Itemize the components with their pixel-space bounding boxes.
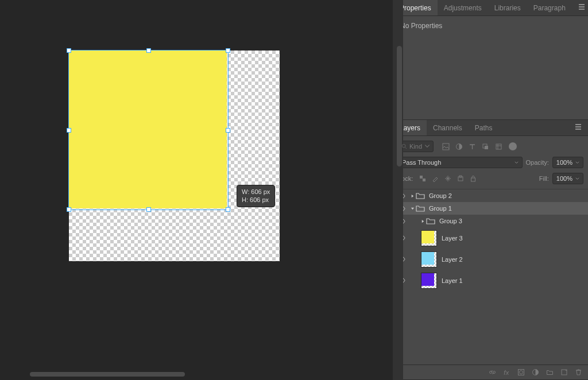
layers-panel: Layers Channels Paths Kind xyxy=(393,120,588,380)
svg-rect-5 xyxy=(496,144,501,149)
properties-panel: Properties Adjustments Libraries Paragra… xyxy=(393,0,588,120)
opacity-value: 100% xyxy=(556,159,572,166)
tab-paths[interactable]: Paths xyxy=(469,120,499,135)
opacity-value-input[interactable]: 100% xyxy=(552,157,583,168)
layer-group-row[interactable]: Group 2 xyxy=(393,189,588,202)
svg-rect-17 xyxy=(489,371,492,374)
canvas-area[interactable]: W: 606 px H: 606 px xyxy=(0,0,393,380)
disclosure-triangle-icon[interactable] xyxy=(409,207,415,211)
svg-rect-18 xyxy=(493,371,495,374)
layer-list[interactable]: Group 2Group 1Group 3Layer 3Layer 2Layer… xyxy=(393,189,588,365)
horizontal-scrollbar[interactable] xyxy=(30,372,185,377)
lock-all-icon[interactable] xyxy=(469,175,477,183)
layer-row[interactable]: Layer 3 xyxy=(393,227,588,249)
vertical-scrollbar-track[interactable] xyxy=(393,0,403,380)
delete-layer-icon[interactable] xyxy=(574,369,582,377)
layer-row[interactable]: Layer 1 xyxy=(393,270,588,291)
fill-value: 100% xyxy=(556,175,572,182)
link-layers-icon[interactable] xyxy=(488,369,496,377)
tab-libraries[interactable]: Libraries xyxy=(488,0,527,15)
layers-tabs: Layers Channels Paths xyxy=(393,120,588,136)
folder-icon xyxy=(425,217,436,225)
fill-value-input[interactable]: 100% xyxy=(552,173,583,184)
new-group-icon[interactable] xyxy=(546,369,554,377)
layer-content-rectangle[interactable] xyxy=(69,51,227,208)
tooltip-width: W: 606 px xyxy=(242,188,270,196)
properties-body: No Properties xyxy=(393,16,588,119)
layer-name-label[interactable]: Group 1 xyxy=(429,205,452,212)
dimensions-tooltip: W: 606 px H: 606 px xyxy=(237,185,275,207)
panel-menu-icon[interactable] xyxy=(568,123,588,133)
blend-mode-value: Pass Through xyxy=(402,159,441,166)
lock-artboard-icon[interactable] xyxy=(457,175,465,183)
svg-point-0 xyxy=(402,144,405,148)
adjustment-layer-icon[interactable] xyxy=(531,369,539,377)
blend-mode-dropdown[interactable]: Pass Through xyxy=(398,157,523,168)
tooltip-height: H: 606 px xyxy=(242,196,270,204)
lock-pixels-icon[interactable] xyxy=(431,175,439,183)
svg-rect-7 xyxy=(423,179,425,181)
opacity-label: Opacity: xyxy=(526,159,549,166)
svg-rect-6 xyxy=(420,176,423,179)
add-mask-icon[interactable] xyxy=(517,369,525,377)
tab-channels[interactable]: Channels xyxy=(427,120,469,135)
filter-type-icon[interactable] xyxy=(468,142,476,150)
layer-effects-icon[interactable]: fx xyxy=(502,369,510,377)
layer-thumbnail[interactable] xyxy=(421,273,437,289)
layer-thumbnail[interactable] xyxy=(421,251,437,267)
svg-point-20 xyxy=(519,371,523,374)
fill-label: Fill: xyxy=(539,175,549,182)
no-properties-text: No Properties xyxy=(400,22,442,30)
disclosure-triangle-icon[interactable] xyxy=(420,219,425,223)
layer-name-label[interactable]: Group 2 xyxy=(429,192,452,199)
document-canvas[interactable]: W: 606 px H: 606 px xyxy=(69,51,280,261)
filter-toggle-icon[interactable] xyxy=(509,142,517,150)
tab-paragraph[interactable]: Paragraph xyxy=(527,0,572,15)
filter-adjustment-icon[interactable] xyxy=(455,142,463,150)
layer-group-row[interactable]: Group 3 xyxy=(393,215,588,227)
properties-tabs: Properties Adjustments Libraries Paragra… xyxy=(393,0,588,16)
svg-rect-4 xyxy=(485,146,488,149)
filter-pixel-icon[interactable] xyxy=(442,142,450,150)
svg-rect-1 xyxy=(443,144,449,150)
layer-row[interactable]: Layer 2 xyxy=(393,249,588,270)
svg-rect-10 xyxy=(471,178,475,181)
folder-icon xyxy=(415,192,425,200)
folder-icon xyxy=(415,204,425,212)
lock-transparency-icon[interactable] xyxy=(419,175,427,183)
filter-kind-dropdown[interactable]: Kind xyxy=(398,141,434,152)
layer-name-label[interactable]: Layer 2 xyxy=(442,256,463,263)
filter-kind-label: Kind xyxy=(409,143,422,150)
layer-name-label[interactable]: Layer 1 xyxy=(442,277,463,284)
right-panels: Properties Adjustments Libraries Paragra… xyxy=(393,0,588,380)
layer-name-label[interactable]: Group 3 xyxy=(439,218,462,224)
disclosure-triangle-icon[interactable] xyxy=(409,194,415,198)
filter-type-icons xyxy=(442,142,517,150)
filter-shape-icon[interactable] xyxy=(481,142,489,150)
new-layer-icon[interactable] xyxy=(560,369,568,377)
layer-thumbnail[interactable] xyxy=(421,230,437,246)
panel-menu-icon[interactable] xyxy=(572,3,588,13)
layers-bottom-bar: fx xyxy=(393,365,588,379)
layer-name-label[interactable]: Layer 3 xyxy=(442,235,463,242)
lock-position-icon[interactable] xyxy=(444,175,452,183)
layer-group-row[interactable]: Group 1 xyxy=(393,202,588,215)
tab-adjustments[interactable]: Adjustments xyxy=(438,0,488,15)
filter-smartobject-icon[interactable] xyxy=(494,142,502,150)
layers-controls: Kind Pass Through Opacity: xyxy=(393,136,588,189)
